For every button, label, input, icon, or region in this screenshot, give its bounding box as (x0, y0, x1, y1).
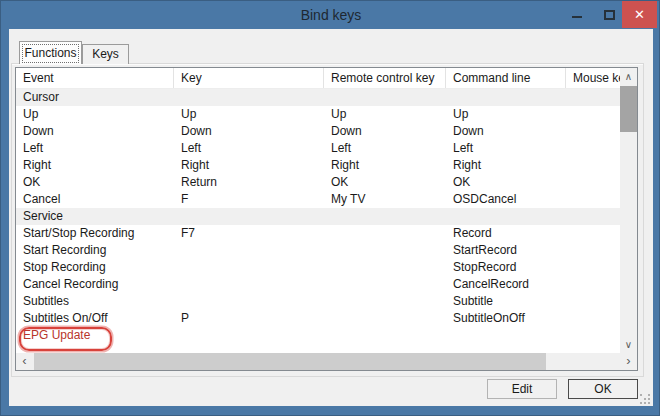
table-cell: Subtitles On/Off (16, 310, 174, 327)
table-row[interactable]: UpUpUpUp (16, 106, 620, 123)
table-cell: Down (174, 123, 324, 140)
table-cell (566, 225, 620, 242)
table-cell: Service (16, 208, 174, 225)
table-cell: Subtitles (16, 293, 174, 310)
table-cell: EPG Update (16, 327, 174, 344)
close-button[interactable]: ✕ (622, 1, 657, 28)
table-row[interactable]: EPG Update (16, 327, 620, 344)
table-cell (566, 259, 620, 276)
edit-button[interactable]: Edit (487, 379, 557, 399)
table-cell: OK (16, 174, 174, 191)
table-cell (324, 293, 446, 310)
horizontal-scroll-thumb[interactable] (34, 353, 546, 370)
table-row[interactable]: Stop RecordingStopRecord (16, 259, 620, 276)
bindings-table: EventKeyRemote control keyCommand lineMo… (15, 67, 638, 371)
column-header-command-line[interactable]: Command line (446, 68, 566, 88)
table-cell (324, 242, 446, 259)
ok-button[interactable]: OK (568, 379, 638, 399)
table-cell: OK (446, 174, 566, 191)
table-row[interactable]: SubtitlesSubtitle (16, 293, 620, 310)
table-cell: Down (324, 123, 446, 140)
table-cell (446, 89, 566, 106)
table-body: CursorUpUpUpUpDownDownDownDownLeftLeftLe… (16, 89, 620, 353)
table-row[interactable]: DownDownDownDown (16, 123, 620, 140)
table-cell: Right (324, 157, 446, 174)
table-cell: Up (324, 106, 446, 123)
table-cell: Right (174, 157, 324, 174)
table-cell (566, 123, 620, 140)
table-row[interactable]: Subtitles On/OffPSubtitleOnOff (16, 310, 620, 327)
table-cell: Right (16, 157, 174, 174)
table-cell (174, 276, 324, 293)
minimize-button[interactable] (566, 1, 588, 28)
scroll-right-icon[interactable]: › (620, 353, 637, 370)
column-header-remote-control-key[interactable]: Remote control key (324, 68, 446, 88)
table-row[interactable]: Start/Stop RecordingF7Record (16, 225, 620, 242)
table-row[interactable]: OKReturnOKOK (16, 174, 620, 191)
maximize-button[interactable] (598, 1, 620, 28)
table-cell (324, 89, 446, 106)
table-cell: Up (446, 106, 566, 123)
table-row[interactable]: LeftLeftLeftLeft (16, 140, 620, 157)
minimize-icon (572, 16, 582, 18)
table-group-row[interactable]: Service (16, 208, 620, 225)
table-cell (566, 276, 620, 293)
table-cell (566, 106, 620, 123)
scroll-down-icon[interactable]: ∨ (620, 336, 637, 353)
table-cell: OK (324, 174, 446, 191)
table-cell: Cursor (16, 89, 174, 106)
table-cell (566, 293, 620, 310)
table-cell: CancelRecord (446, 276, 566, 293)
table-cell: Start/Stop Recording (16, 225, 174, 242)
table-cell: Up (16, 106, 174, 123)
table-cell (446, 208, 566, 225)
resize-grip[interactable] (640, 394, 642, 396)
column-header-event[interactable]: Event (16, 68, 174, 88)
table-cell (174, 327, 324, 344)
titlebar[interactable]: Bind keys ✕ (1, 1, 660, 29)
horizontal-scrollbar[interactable]: ‹ › (16, 353, 637, 370)
table-cell: Start Recording (16, 242, 174, 259)
table-cell: F7 (174, 225, 324, 242)
table-cell: Stop Recording (16, 259, 174, 276)
table-row[interactable]: CancelFMy TVOSDCancel (16, 191, 620, 208)
vertical-scrollbar[interactable]: ∧ ∨ (620, 68, 637, 353)
scroll-up-icon[interactable]: ∧ (620, 68, 637, 85)
scroll-left-icon[interactable]: ‹ (16, 353, 33, 370)
table-cell (324, 225, 446, 242)
table-cell: F (174, 191, 324, 208)
table-cell: Left (446, 140, 566, 157)
table-cell (566, 310, 620, 327)
table-cell: Left (324, 140, 446, 157)
tab-functions-label: Functions (22, 44, 79, 63)
table-cell: Record (446, 225, 566, 242)
tab-keys[interactable]: Keys (82, 44, 129, 64)
vertical-scroll-thumb[interactable] (620, 86, 637, 132)
table-cell: Cancel Recording (16, 276, 174, 293)
table-cell: Right (446, 157, 566, 174)
table-row[interactable]: RightRightRightRight (16, 157, 620, 174)
table-cell (566, 242, 620, 259)
table-group-row[interactable]: Cursor (16, 89, 620, 106)
tab-functions[interactable]: Functions (19, 41, 82, 64)
table-row[interactable]: Start RecordingStartRecord (16, 242, 620, 259)
tab-keys-label: Keys (92, 47, 119, 61)
table-cell: P (174, 310, 324, 327)
table-cell (174, 208, 324, 225)
column-header-key[interactable]: Key (174, 68, 324, 88)
table-cell (566, 157, 620, 174)
table-cell (566, 327, 620, 344)
table-cell (174, 242, 324, 259)
table-cell (324, 208, 446, 225)
table-cell: Down (446, 123, 566, 140)
table-cell: Down (16, 123, 174, 140)
table-cell (566, 89, 620, 106)
table-cell (566, 208, 620, 225)
table-cell (566, 140, 620, 157)
bind-keys-window: Bind keys ✕ Functions Keys EventKeyRemot… (0, 0, 660, 416)
table-cell: SubtitleOnOff (446, 310, 566, 327)
table-cell (174, 293, 324, 310)
table-row[interactable]: Cancel RecordingCancelRecord (16, 276, 620, 293)
close-icon: ✕ (634, 1, 645, 28)
table-header: EventKeyRemote control keyCommand lineMo… (16, 68, 637, 89)
